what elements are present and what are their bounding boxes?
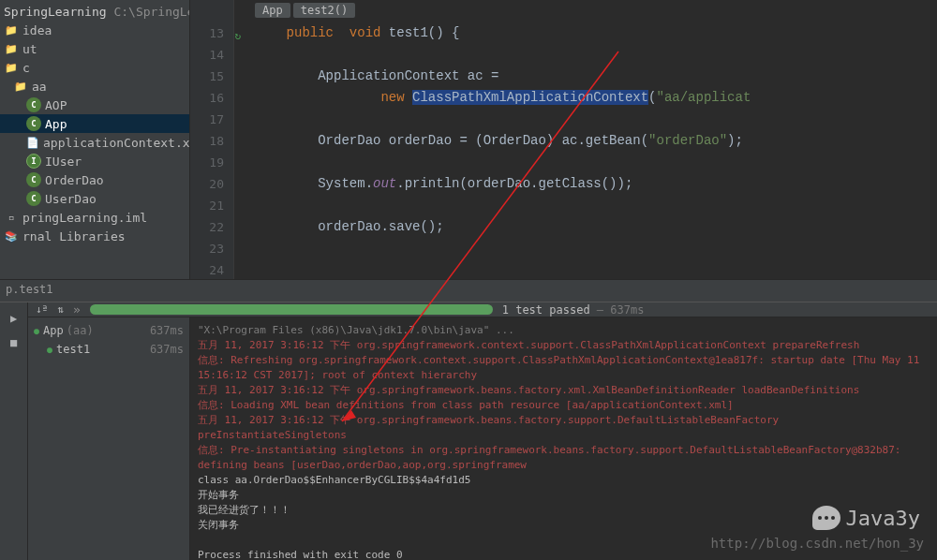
- code-text: (: [648, 90, 656, 105]
- project-tree[interactable]: SpringLearning C:\SpringLearning 📁idea📁u…: [0, 0, 190, 279]
- console-line: 五月 11, 2017 3:16:12 下午 org.springframewo…: [198, 383, 930, 398]
- tree-item-rnal-libraries[interactable]: 📚rnal Libraries: [0, 227, 189, 245]
- lib-icon: 📚: [4, 228, 19, 243]
- watermark-logo: Java3y: [812, 506, 920, 530]
- run-panel: ▶ ■ ↓ª ⇅ » 1 test passed – 637ms ●App(aa…: [0, 302, 937, 560]
- gutter-line: 16: [190, 87, 224, 109]
- watermark-name: Java3y: [846, 507, 920, 530]
- code-text: test1() {: [380, 25, 459, 40]
- gutter-line: 22: [190, 216, 224, 238]
- console-line: 信息: Loading XML bean definitions from cl…: [198, 398, 930, 413]
- test-time: 637ms: [150, 343, 184, 356]
- tree-item-label: ut: [22, 42, 37, 56]
- project-name: SpringLearning: [4, 5, 107, 19]
- tree-item-label: OrderDao: [45, 173, 104, 187]
- code-area[interactable]: public void test1() { ApplicationContext…: [234, 0, 751, 279]
- folder-icon: 📁: [13, 79, 28, 94]
- code-string: "orderDao": [648, 133, 727, 148]
- tree-item-userdao[interactable]: CUserDao: [0, 189, 189, 208]
- class-icon: C: [26, 116, 41, 131]
- test-ok-icon: ●: [47, 345, 52, 355]
- test-name: App: [43, 324, 64, 337]
- breadcrumb: App test2(): [234, 0, 355, 21]
- kw-void: void: [334, 25, 380, 40]
- tree-item-label: App: [45, 117, 67, 131]
- breadcrumb-method[interactable]: test2(): [293, 3, 356, 18]
- wechat-icon: [812, 506, 840, 530]
- gutter-line: 24: [190, 259, 224, 279]
- tree-item-label: UserDao: [45, 192, 97, 206]
- code-text: System.: [318, 176, 373, 191]
- tree-item-label: rnal Libraries: [22, 229, 126, 243]
- editor-gutter: ↻ 131415161718192021222324: [190, 0, 234, 279]
- stop-icon[interactable]: ■: [10, 336, 17, 349]
- tree-item-c[interactable]: 📁c: [0, 58, 189, 77]
- test-progress-row: ↓ª ⇅ » 1 test passed – 637ms: [28, 302, 937, 317]
- tree-item-iuser[interactable]: IIUser: [0, 152, 189, 170]
- test-ok-icon: ●: [34, 326, 39, 336]
- kw-new: new: [380, 90, 404, 105]
- tests-time: 637ms: [610, 303, 644, 317]
- code-field: out: [373, 176, 396, 191]
- tree-item-applicationcontext-xml[interactable]: 📄applicationContext.xml: [0, 133, 189, 152]
- sort-icon[interactable]: ↓ª: [36, 303, 48, 316]
- run-gutter-icon[interactable]: ↻: [234, 25, 241, 47]
- tree-item-orderdao[interactable]: COrderDao: [0, 170, 189, 189]
- filter-icon[interactable]: ⇅: [57, 303, 64, 316]
- folder-icon: 📁: [4, 60, 19, 75]
- tests-passed: 1 test passed: [502, 303, 590, 317]
- code-string: "aa/applicat: [657, 90, 751, 105]
- breadcrumb-class[interactable]: App: [255, 3, 290, 18]
- console-cmd: "X:\Program Files (x86)\Java\jdk1.7.0\bi…: [198, 323, 930, 338]
- code-text: OrderDao orderDao = (OrderDao) ac.getBea…: [318, 133, 648, 148]
- project-path: C:\SpringLearning: [113, 5, 190, 19]
- class-icon: C: [26, 191, 41, 206]
- tree-item-ut[interactable]: 📁ut: [0, 39, 189, 58]
- rerun-icon[interactable]: ▶: [10, 312, 17, 325]
- console-line: 开始事务: [198, 488, 930, 503]
- tree-item-label: aa: [32, 80, 47, 94]
- interface-icon: I: [26, 154, 41, 169]
- tree-item-idea[interactable]: 📁idea: [0, 21, 189, 39]
- xml-icon: 📄: [26, 135, 39, 150]
- run-controls: ▶ ■: [0, 302, 28, 560]
- gutter-line: 13: [190, 22, 224, 44]
- tree-item-label: c: [22, 61, 30, 75]
- tree-item-label: applicationContext.xml: [43, 136, 190, 150]
- code-text: orderDao.save();: [318, 219, 443, 234]
- file-icon: ▫: [4, 210, 19, 225]
- tree-item-aa[interactable]: 📁aa: [0, 77, 189, 96]
- tree-item-label: IUser: [45, 155, 82, 169]
- test-row[interactable]: ●test1637ms: [28, 340, 189, 359]
- gutter-line: 19: [190, 152, 224, 173]
- gutter-line: 15: [190, 66, 224, 87]
- test-progress-bar: [90, 304, 493, 315]
- folder-icon: 📁: [4, 41, 19, 56]
- tree-item-label: AOP: [45, 98, 67, 112]
- folder-icon: 📁: [4, 22, 19, 37]
- test-name: test1: [56, 343, 90, 356]
- console-line: 五月 11, 2017 3:16:12 下午 org.springframewo…: [198, 413, 930, 443]
- gutter-line: 21: [190, 195, 224, 216]
- test-time: 637ms: [150, 324, 184, 337]
- gutter-line: 18: [190, 130, 224, 152]
- watermark-url: http://blog.csdn.net/hon_3y: [710, 536, 924, 551]
- tree-item-label: idea: [22, 23, 52, 37]
- tree-item-pringlearning-iml[interactable]: ▫pringLearning.iml: [0, 208, 189, 227]
- console-line: 信息: Refreshing org.springframework.conte…: [198, 353, 930, 383]
- run-tab-label: p.test1: [6, 283, 53, 296]
- kw-public: public: [287, 25, 334, 40]
- tree-item-app[interactable]: CApp: [0, 114, 189, 133]
- test-pkg: (aa): [67, 324, 94, 337]
- test-tree[interactable]: ●App(aa)637ms●test1637ms: [28, 317, 190, 560]
- test-row[interactable]: ●App(aa)637ms: [28, 321, 189, 340]
- gutter-line: 14: [190, 44, 224, 66]
- run-tab-bar[interactable]: p.test1: [0, 279, 937, 302]
- tree-item-aop[interactable]: CAOP: [0, 96, 189, 114]
- code-editor[interactable]: App test2() ↻ 131415161718192021222324 p…: [190, 0, 937, 279]
- gutter-line: 20: [190, 173, 224, 195]
- code-text: ApplicationContext ac =: [318, 68, 498, 83]
- gutter-line: 23: [190, 238, 224, 259]
- project-root[interactable]: SpringLearning C:\SpringLearning: [0, 2, 189, 21]
- tree-item-label: pringLearning.iml: [22, 211, 147, 225]
